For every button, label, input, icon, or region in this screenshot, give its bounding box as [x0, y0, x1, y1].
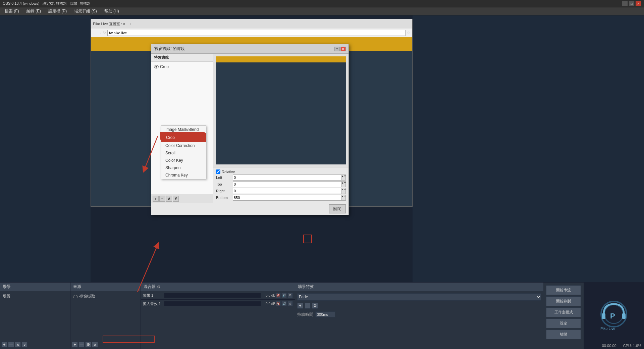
- dropdown-item-sharpen[interactable]: Sharpen: [161, 164, 206, 171]
- dialog-title: '視窗擷取' 的濾鏡: [154, 46, 185, 52]
- mixer-header: 混合器 ⚙: [141, 283, 295, 291]
- source-visibility-icon[interactable]: [73, 295, 78, 298]
- track-2-mute[interactable]: 🔇: [275, 301, 281, 306]
- track-2-bar: [164, 301, 261, 306]
- duration-input[interactable]: [315, 311, 335, 317]
- dropdown-item-colorcorrection[interactable]: Color Correction: [161, 142, 206, 149]
- bottom-input[interactable]: [233, 195, 341, 201]
- source-settings-button[interactable]: ⚙: [85, 342, 91, 348]
- dialog-help-button[interactable]: ?: [334, 47, 340, 51]
- remove-transition-button[interactable]: —: [305, 303, 311, 309]
- dialog-title-controls[interactable]: ? ✕: [334, 47, 346, 51]
- add-button-highlight: [303, 235, 312, 243]
- add-filter-button[interactable]: +: [153, 196, 159, 202]
- dialog-titlebar: '視窗擷取' 的濾鏡 ? ✕: [151, 44, 348, 54]
- source-move-up-button[interactable]: ∧: [92, 342, 98, 348]
- scene-item[interactable]: 場景: [1, 293, 69, 300]
- scenes-body: 場景: [0, 291, 70, 340]
- top-row: Top ▲▼: [216, 181, 346, 187]
- left-panel: [0, 15, 91, 282]
- visibility-icon[interactable]: [154, 65, 159, 68]
- dropdown-item-imagemask[interactable]: Image Mask/Blend: [161, 126, 206, 133]
- maximize-button[interactable]: □: [629, 1, 635, 6]
- right-input[interactable]: [233, 188, 341, 194]
- studio-mode-button[interactable]: 工作室模式: [546, 307, 581, 317]
- dropdown-item-colorkey[interactable]: Color Key: [161, 157, 206, 164]
- mixer-body: 效果 1 0.0 dB 🔇 🔊 ⚙ 麥入音效 1 0.0 dB 🔇: [141, 291, 295, 349]
- source-item-window-capture[interactable]: 視窗擷取: [72, 293, 139, 300]
- mixer-gear-icon[interactable]: ⚙: [157, 285, 161, 289]
- exit-button[interactable]: 離開: [546, 330, 581, 339]
- scenes-header: 場景: [0, 283, 70, 291]
- close-button[interactable]: ✕: [635, 1, 641, 6]
- nav-forward[interactable]: →: [98, 31, 102, 35]
- right-panel: [413, 15, 644, 282]
- sources-header-label: 來源: [73, 284, 81, 290]
- right-spinner[interactable]: ▲▼: [341, 188, 346, 194]
- browser-star[interactable]: ☆: [407, 31, 410, 35]
- transition-select[interactable]: Fade: [297, 293, 541, 301]
- minimize-button[interactable]: —: [622, 1, 628, 6]
- filter-item-crop[interactable]: Crop: [151, 63, 213, 70]
- menu-edit[interactable]: 編輯 (E): [23, 8, 44, 15]
- track-1-mute[interactable]: 🔇: [275, 293, 281, 298]
- track-1-name: 效果 1: [143, 293, 163, 298]
- track-2-speaker[interactable]: 🔊: [281, 301, 287, 306]
- remove-filter-button[interactable]: −: [159, 196, 165, 202]
- transitions-panel: 場景特效 Fade + — ⚙ 持續時間: [295, 283, 543, 349]
- left-row: Left ▲▼: [216, 174, 346, 181]
- dropdown-item-chromakey[interactable]: Chroma Key: [161, 171, 206, 179]
- left-spinner[interactable]: ▲▼: [341, 174, 346, 181]
- track-2-settings[interactable]: ⚙: [287, 301, 293, 306]
- sources-footer: + — ⚙ ∧: [70, 340, 141, 349]
- browser-url-input[interactable]: [107, 30, 406, 36]
- track-1-settings[interactable]: ⚙: [287, 293, 293, 298]
- duration-label: 持續時間: [297, 312, 313, 317]
- move-down-filter-button[interactable]: ∨: [173, 196, 179, 202]
- nav-back[interactable]: ←: [93, 31, 97, 35]
- bottom-label: Bottom: [216, 196, 233, 200]
- svg-rect-2: [602, 313, 605, 319]
- dialog-close-button[interactable]: ✕: [340, 47, 346, 51]
- mixer-track-1: 效果 1 0.0 dB 🔇 🔊 ⚙: [141, 291, 295, 300]
- dialog-close-btn[interactable]: 關閉: [329, 204, 346, 213]
- dialog-footer: 關閉: [151, 203, 348, 215]
- track-2-db: 0.0 dB: [262, 302, 275, 306]
- top-input[interactable]: [233, 181, 341, 187]
- move-up-scene-button[interactable]: ∧: [15, 342, 21, 348]
- transition-settings-button[interactable]: ⚙: [312, 303, 318, 309]
- svg-text:P: P: [610, 312, 615, 320]
- filter-list-header: 特效濾鏡: [151, 54, 213, 62]
- add-scene-button[interactable]: +: [1, 342, 7, 348]
- window-controls[interactable]: — □ ✕: [622, 1, 641, 6]
- sources-panel: 來源 視窗擷取 + — ⚙ ∧: [70, 283, 141, 349]
- left-input[interactable]: [233, 174, 341, 181]
- browser-tab[interactable]: Piko Live 直播室 : ×: [93, 21, 125, 27]
- menu-help[interactable]: 帮助 (H): [101, 8, 122, 15]
- menu-bar: 檔案 (F) 編輯 (E) 設定檔 (P) 場景群組 (S) 帮助 (H): [0, 7, 644, 15]
- filter-item-label: Crop: [160, 64, 169, 69]
- add-source-button[interactable]: +: [72, 342, 78, 348]
- menu-file[interactable]: 檔案 (F): [1, 8, 22, 15]
- track-1-speaker[interactable]: 🔊: [281, 293, 287, 298]
- menu-profile[interactable]: 設定檔 (P): [45, 8, 70, 15]
- move-up-filter-button[interactable]: ∧: [166, 196, 172, 202]
- start-record-button[interactable]: 開始錄製: [546, 296, 581, 306]
- dropdown-item-crop[interactable]: Crop: [161, 133, 206, 142]
- relative-checkbox[interactable]: [216, 169, 220, 174]
- menu-scene-group[interactable]: 場景群組 (S): [71, 8, 100, 15]
- top-label: Top: [216, 182, 233, 186]
- nav-refresh[interactable]: ↻: [103, 31, 106, 35]
- track-2-name: 麥入音效 1: [143, 301, 163, 306]
- settings-button[interactable]: 設定: [546, 318, 581, 328]
- remove-scene-button[interactable]: —: [8, 342, 14, 348]
- bottom-spinner[interactable]: ▲▼: [341, 195, 346, 201]
- start-stream-button[interactable]: 開始串流: [546, 285, 581, 295]
- transitions-header-label: 場景特效: [298, 284, 314, 290]
- top-spinner[interactable]: ▲▼: [341, 181, 346, 187]
- dropdown-item-scroll[interactable]: Scroll: [161, 149, 206, 157]
- remove-source-button[interactable]: —: [78, 342, 85, 348]
- move-down-scene-button[interactable]: ∨: [21, 342, 28, 348]
- add-transition-button[interactable]: +: [297, 303, 303, 309]
- browser-nav: ← → ↻ ☆: [91, 29, 412, 37]
